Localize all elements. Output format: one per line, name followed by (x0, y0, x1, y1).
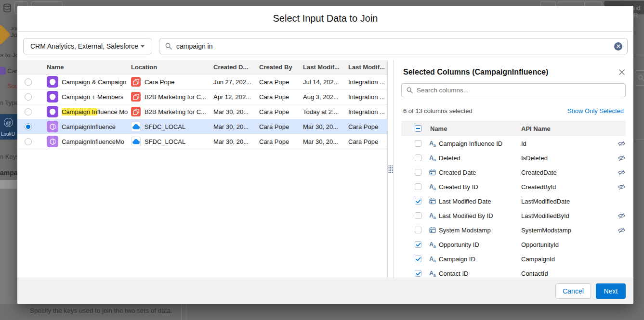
columns-table-body: Aa Campaign Influence ID Id Aa (401, 136, 626, 277)
column-api-name: LastModifiedById (521, 212, 616, 219)
lookup-join-tile: @ LookU (0, 114, 17, 140)
modal-title: Select Input Data to Join (273, 13, 378, 24)
field-type-icon: Aa (428, 198, 437, 205)
column-row[interactable]: Aa Last Modified Date LastModifiedDate (401, 194, 626, 208)
dataset-search-input[interactable] (176, 42, 610, 50)
close-panel-button[interactable] (618, 68, 626, 76)
column-api-name: CreatedById (521, 183, 616, 191)
join-node-icon (0, 25, 11, 45)
show-only-selected-link[interactable]: Show Only Selected (567, 107, 624, 115)
next-button[interactable]: Next (596, 283, 626, 299)
location-icon (131, 137, 141, 146)
row-radio[interactable] (25, 108, 32, 115)
location-icon (131, 92, 141, 102)
eye-slash-icon (618, 213, 626, 219)
dataset-row[interactable]: Campaign + Members B2B Marketing for C..… (17, 90, 387, 104)
column-name: Last Modified By ID (439, 212, 521, 219)
column-row[interactable]: Aa Contact ID ContactId (401, 266, 626, 277)
column-header-last-modified[interactable]: Last Modif... (303, 64, 348, 71)
select-all-checkbox[interactable] (415, 125, 421, 132)
last-modified-by-cell: Integration ... (348, 78, 387, 86)
dataset-row[interactable]: Campaign Influence Mo B2B Marketing for … (17, 104, 387, 119)
key-field-label: ampai (0, 169, 19, 177)
column-checkbox[interactable] (415, 270, 421, 277)
dataset-type-icon (47, 91, 58, 102)
search-icon (165, 43, 172, 50)
column-header-location[interactable]: Location (131, 64, 213, 71)
last-modified-by-cell: Cara Pope (348, 123, 387, 130)
chevron-down-icon (140, 45, 145, 48)
column-checkbox[interactable] (415, 154, 421, 161)
column-header-name[interactable]: Name (47, 64, 131, 71)
column-row[interactable]: Aa Opportunity ID OpportunityId (401, 237, 626, 252)
source-filter-value: CRM Analytics, External, Salesforce (30, 42, 138, 50)
dataset-name: Campaign & Campaign (62, 78, 131, 86)
field-type-icon: Aa (428, 213, 437, 218)
dataset-type-icon (47, 76, 58, 88)
row-radio[interactable] (25, 93, 32, 101)
last-modified-cell: Today at 2:... (303, 108, 348, 115)
cancel-button[interactable]: Cancel (555, 283, 591, 299)
eye-slash-icon (618, 155, 626, 161)
column-header-created-date[interactable]: Created D... (213, 64, 259, 71)
column-api-name: LastModifiedDate (521, 198, 616, 205)
location-icon (131, 122, 141, 131)
dataset-name: CampaignInfluenceMo (62, 138, 131, 145)
last-modified-cell: Jul 14, 202... (303, 78, 348, 86)
panel-splitter[interactable] (388, 60, 393, 278)
column-checkbox[interactable] (415, 212, 421, 219)
column-row[interactable]: Aa Campaign ID CampaignId (401, 252, 626, 266)
column-checkbox[interactable] (415, 183, 421, 190)
last-modified-cell: Aug 3, 202... (303, 93, 348, 101)
dataset-row[interactable]: CampaignInfluence SFDC_LOCAL Mar 30, 20.… (17, 119, 387, 134)
dataset-search[interactable] (159, 38, 628, 54)
column-checkbox[interactable] (415, 227, 421, 233)
save-and-run-label: nd R (633, 4, 644, 19)
field-type-icon: Aa (428, 155, 437, 161)
column-search[interactable] (401, 83, 626, 97)
row-radio[interactable] (25, 123, 32, 130)
column-row[interactable]: Aa System Modstamp SystemModstamp (401, 223, 626, 237)
column-search-input[interactable] (417, 87, 620, 94)
column-checkbox[interactable] (415, 140, 421, 147)
column-header-created-by[interactable]: Created By (259, 64, 303, 71)
column-checkbox[interactable] (415, 256, 421, 262)
column-row[interactable]: Aa Deleted IsDeleted (401, 151, 626, 165)
dataset-type-icon (47, 106, 58, 117)
eye-slash-icon (618, 169, 626, 176)
search-icon (638, 75, 644, 81)
field-type-icon: Aa (428, 256, 437, 262)
lookup-icon: @ (4, 118, 13, 127)
join-type-label: n Type (0, 99, 19, 106)
dataset-row[interactable]: Campaign & Campaign Cara Pope Jun 27, 20… (17, 75, 387, 90)
created-date-cell: Apr 12, 202... (213, 93, 259, 101)
backdrop-divider (186, 305, 186, 320)
columns-table-header: Name API Name (401, 121, 626, 136)
search-icon (407, 87, 413, 93)
source-filter-dropdown[interactable]: CRM Analytics, External, Salesforce (23, 38, 152, 54)
dataset-row[interactable]: CampaignInfluenceMo SFDC_LOCAL Mar 30, 2… (17, 134, 387, 149)
column-row[interactable]: Aa Campaign Influence ID Id (401, 136, 626, 151)
dataset-name: CampaignInfluence (62, 123, 131, 130)
hidden-field-indicator (616, 227, 626, 233)
column-header-last-modified-by[interactable]: Last Modif... (348, 64, 387, 71)
dataset-list-panel: Name Location Created D... Created By La… (17, 60, 388, 278)
eye-slash-icon (618, 227, 626, 233)
column-checkbox[interactable] (415, 241, 421, 248)
backdrop-divider (633, 139, 644, 140)
row-radio[interactable] (25, 138, 32, 145)
created-date-cell: Jun 27, 202... (213, 78, 259, 86)
backdrop-panel (0, 189, 17, 304)
field-type-icon: Aa (428, 141, 437, 146)
column-checkbox[interactable] (415, 169, 421, 176)
row-radio[interactable] (25, 78, 32, 86)
column-name: Created Date (439, 169, 521, 176)
clear-search-button[interactable] (614, 42, 622, 51)
field-type-icon: Aa (428, 270, 437, 276)
location-icon (131, 77, 141, 87)
column-row[interactable]: Aa Created By ID CreatedById (401, 179, 626, 194)
column-row[interactable]: Aa Last Modified By ID LastModifiedById (401, 208, 626, 223)
column-checkbox[interactable] (415, 198, 421, 205)
column-row[interactable]: Aa Created Date CreatedDate (401, 165, 626, 179)
column-name: Created By ID (439, 183, 521, 191)
